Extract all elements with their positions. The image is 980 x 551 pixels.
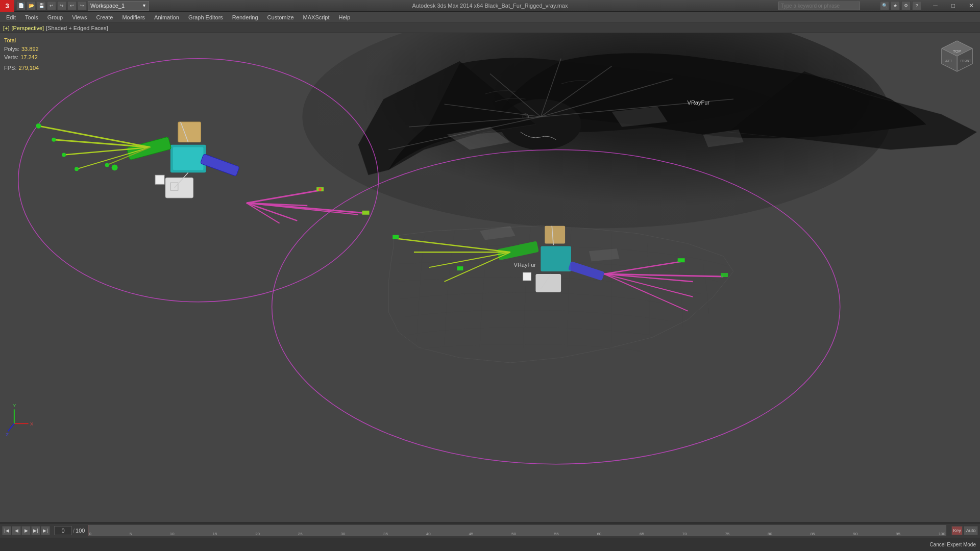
svg-rect-26 bbox=[178, 122, 201, 142]
svg-point-37 bbox=[62, 153, 66, 157]
dropdown-arrow: ▼ bbox=[142, 3, 146, 8]
svg-rect-27 bbox=[127, 137, 172, 160]
new-btn[interactable]: 📄 bbox=[16, 1, 26, 10]
polys-label: Polys: bbox=[4, 45, 19, 54]
svg-line-42 bbox=[247, 203, 307, 206]
svg-rect-51 bbox=[170, 183, 178, 190]
svg-rect-57 bbox=[568, 261, 605, 281]
menu-customize[interactable]: Customize bbox=[263, 13, 298, 21]
viewcube[interactable]: TOP FRONT LEFT bbox=[939, 38, 975, 74]
help-icon[interactable]: ? bbox=[912, 1, 921, 10]
svg-line-73 bbox=[552, 226, 553, 245]
close-button[interactable]: ✕ bbox=[962, 0, 980, 12]
transport-right: Key Auto bbox=[949, 526, 980, 535]
scene-svg: X Y Z bbox=[0, 33, 980, 522]
menu-rendering[interactable]: Rendering bbox=[228, 13, 262, 21]
fps-label: FPS: bbox=[4, 64, 16, 72]
svg-rect-48 bbox=[362, 211, 370, 215]
svg-line-69 bbox=[604, 274, 724, 277]
viewport-plus-btn[interactable]: [+] bbox=[3, 25, 10, 31]
redo-btn[interactable]: ↪ bbox=[57, 1, 66, 10]
svg-rect-28 bbox=[200, 154, 239, 176]
menu-modifiers[interactable]: Modifiers bbox=[118, 13, 149, 21]
svg-line-11 bbox=[490, 74, 541, 117]
svg-line-31 bbox=[54, 140, 150, 147]
svg-rect-25 bbox=[173, 147, 204, 170]
svg-text:TOP: TOP bbox=[953, 49, 961, 54]
menu-help[interactable]: Help bbox=[335, 13, 355, 21]
key-btn[interactable]: Key bbox=[951, 526, 963, 535]
menu-group[interactable]: Group bbox=[43, 13, 67, 21]
undo2-btn[interactable]: ↩ bbox=[67, 1, 77, 10]
auto-btn[interactable]: Auto bbox=[964, 526, 978, 535]
svg-rect-47 bbox=[316, 187, 324, 191]
svg-point-36 bbox=[52, 138, 56, 142]
svg-rect-63 bbox=[393, 235, 399, 239]
svg-point-38 bbox=[75, 167, 79, 171]
svg-point-10 bbox=[525, 116, 527, 118]
svg-rect-29 bbox=[165, 178, 193, 198]
timeline-ticks-svg bbox=[88, 525, 946, 536]
menu-views[interactable]: Views bbox=[68, 13, 91, 21]
vrayfur-label-2: VRayFur bbox=[514, 262, 536, 268]
svg-rect-64 bbox=[457, 266, 463, 270]
settings-icon: ⚙ bbox=[901, 1, 911, 10]
open-btn[interactable]: 📂 bbox=[27, 1, 36, 10]
svg-text:Y: Y bbox=[13, 403, 16, 408]
svg-point-39 bbox=[105, 163, 109, 167]
save-btn[interactable]: 💾 bbox=[37, 1, 46, 10]
total-label: Total bbox=[4, 36, 16, 45]
maximize-button[interactable]: □ bbox=[944, 0, 962, 12]
minimize-button[interactable]: ─ bbox=[926, 0, 944, 12]
quick-access-toolbar: 📄 📂 💾 ↩ ↪ ↩ ↪ Workspace_1 ▼ bbox=[14, 1, 151, 11]
svg-rect-55 bbox=[545, 226, 565, 244]
menu-graph-editors[interactable]: Graph Editors bbox=[184, 13, 227, 21]
playback-controls: |◀ ◀ ▶ ▶| ▶| bbox=[0, 526, 52, 535]
menu-tools[interactable]: Tools bbox=[21, 13, 42, 21]
viewport-perspective-btn[interactable]: [Perspective] bbox=[12, 25, 44, 31]
vrayfur-label-1: VRayFur bbox=[688, 99, 709, 106]
viewport-shading-label: [Shaded + Edged Faces] bbox=[46, 25, 108, 31]
undo-btn[interactable]: ↩ bbox=[47, 1, 56, 10]
window-controls: ─ □ ✕ bbox=[926, 0, 980, 12]
svg-line-34 bbox=[107, 147, 150, 165]
svg-rect-70 bbox=[678, 258, 685, 262]
redo2-btn[interactable]: ↪ bbox=[78, 1, 87, 10]
menu-create[interactable]: Create bbox=[92, 13, 117, 21]
frame-total: 100 bbox=[76, 528, 85, 534]
status-bar: Cancel Expert Mode bbox=[0, 538, 980, 551]
svg-line-68 bbox=[604, 274, 688, 311]
svg-line-41 bbox=[247, 190, 320, 203]
svg-rect-58 bbox=[535, 274, 561, 292]
svg-line-30 bbox=[39, 126, 151, 147]
svg-point-35 bbox=[36, 123, 41, 129]
viewport-area[interactable]: Total Polys: 33.892 Verts: 17.242 FPS: 2… bbox=[0, 33, 980, 522]
svg-line-14 bbox=[541, 79, 672, 117]
frame-input[interactable] bbox=[54, 526, 72, 535]
svg-point-9 bbox=[523, 114, 529, 120]
title-text: Autodesk 3ds Max 2014 x64 Black_Bat_Fur_… bbox=[412, 3, 568, 9]
cancel-expert-mode[interactable]: Cancel Expert Mode bbox=[929, 542, 976, 547]
play-btn[interactable]: ▶ bbox=[21, 526, 31, 535]
menu-animation[interactable]: Animation bbox=[150, 13, 183, 21]
goto-end-btn[interactable]: ▶| bbox=[41, 526, 50, 535]
svg-line-74 bbox=[541, 274, 551, 289]
workspace-dropdown[interactable]: Workspace_1 ▼ bbox=[88, 1, 149, 11]
title-bar: 3 📄 📂 💾 ↩ ↪ ↩ ↪ Workspace_1 ▼ Autodesk 3… bbox=[0, 0, 980, 12]
search-icon: 🔍 bbox=[880, 1, 889, 10]
svg-line-16 bbox=[445, 104, 541, 117]
svg-text:X: X bbox=[30, 421, 34, 427]
svg-marker-76 bbox=[589, 248, 620, 261]
menu-edit[interactable]: Edit bbox=[2, 13, 20, 21]
menu-maxscript[interactable]: MAXScript bbox=[299, 13, 334, 21]
svg-line-32 bbox=[64, 147, 150, 155]
prev-frame-btn[interactable]: ◀ bbox=[12, 526, 21, 535]
svg-point-22 bbox=[18, 59, 379, 302]
goto-start-btn[interactable]: |◀ bbox=[2, 526, 11, 535]
svg-point-40 bbox=[112, 164, 118, 170]
svg-point-8 bbox=[500, 99, 581, 149]
search-input[interactable] bbox=[778, 2, 860, 10]
timeline-track[interactable]: 0 5 10 15 20 25 30 35 40 45 50 55 60 65 … bbox=[88, 525, 946, 536]
svg-line-61 bbox=[429, 252, 510, 267]
next-frame-btn[interactable]: ▶| bbox=[31, 526, 40, 535]
